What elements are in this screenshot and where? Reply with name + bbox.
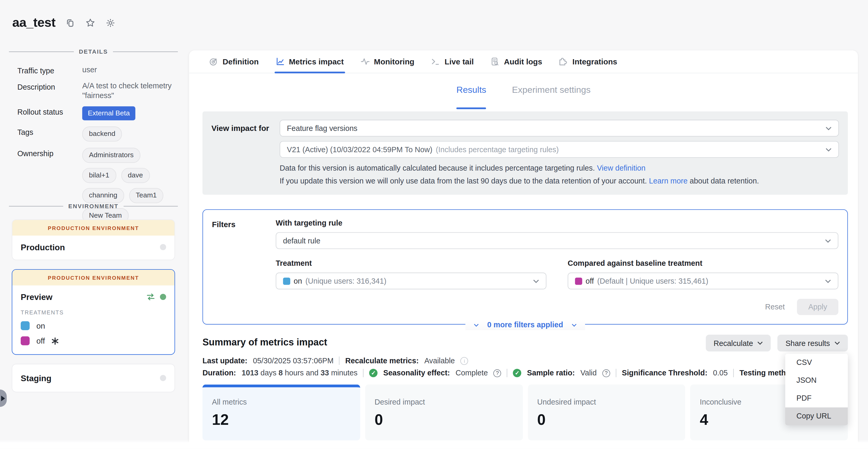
tags-label: Tags [17, 126, 75, 137]
metric-card-desired-impact[interactable]: Desired impact 0 [365, 385, 523, 441]
last-update-label: Last update: [203, 356, 247, 365]
share-menu-item-pdf[interactable]: PDF [785, 390, 848, 408]
tab-definition[interactable]: Definition [209, 51, 259, 73]
divider [616, 369, 616, 377]
copy-icon[interactable] [65, 18, 75, 27]
share-results-label: Share results [785, 339, 830, 347]
share-results-button[interactable]: Share results [778, 335, 848, 352]
subtab-experiment-settings[interactable]: Experiment settings [512, 85, 591, 109]
retention-suffix: about data retention. [690, 177, 759, 185]
rollout-status-badge: External Beta [82, 106, 135, 120]
reset-button[interactable]: Reset [765, 303, 785, 311]
filters-heading: Filters [212, 219, 276, 315]
tab-monitoring[interactable]: Monitoring [361, 51, 414, 73]
significance-threshold-value: 0.05 [713, 369, 728, 377]
auto-calc-note: Data for this version is automatically c… [280, 163, 839, 173]
divider [123, 206, 178, 206]
summary-meta-line-1: Last update: 05/30/2025 03:57:06PM Recal… [203, 356, 848, 365]
treatment-name: on [294, 277, 302, 285]
apply-button[interactable]: Apply [797, 299, 838, 315]
pulse-icon [361, 57, 369, 66]
info-icon[interactable]: i [461, 357, 468, 365]
env-card-preview[interactable]: PRODUCTION ENVIRONMENT Preview TREATMENT… [12, 269, 175, 355]
more-filters-toggle[interactable]: 0 more filters applied [465, 320, 585, 330]
treatment-color-off [21, 336, 30, 345]
treatment-color-swatch [283, 277, 290, 285]
divider [113, 51, 178, 52]
divider [733, 369, 734, 377]
duration-value: 1013 days 8 hours and 33 minutes [242, 369, 358, 377]
seasonality-label: Seasonality effect: [383, 369, 450, 377]
recalculate-metrics-value: Available [424, 356, 455, 365]
treatment-value: on (Unique users: 316,341) [283, 277, 533, 285]
bottom-scroll-fade-gradient [0, 439, 868, 449]
share-menu-item-json[interactable]: JSON [785, 372, 848, 390]
impact-source-dropdown[interactable]: Feature flag versions [280, 120, 839, 137]
env-card-production[interactable]: PRODUCTION ENVIRONMENT Production [12, 219, 175, 260]
tab-audit-logs[interactable]: Audit logs [491, 51, 542, 73]
metric-card-undesired-impact[interactable]: Undesired impact 0 [528, 385, 685, 441]
divider [9, 206, 63, 206]
tab-integrations[interactable]: Integrations [559, 51, 617, 73]
check-icon: ✓ [513, 369, 522, 377]
treatments-heading: TREATMENTS [21, 309, 166, 316]
divider [9, 51, 74, 52]
env-name-production: Production [21, 242, 160, 252]
traffic-type-label: Traffic type [17, 65, 75, 75]
sidebar-collapse-handle[interactable] [0, 390, 7, 407]
share-menu-item-csv[interactable]: CSV [785, 354, 848, 371]
baseline-dropdown[interactable]: off (Default | Unique users: 315,461) [568, 273, 838, 290]
details-panel: DETAILS Traffic type user Description A/… [9, 48, 178, 223]
learn-more-link[interactable]: Learn more [649, 177, 687, 185]
metric-card-value: 0 [375, 411, 513, 429]
production-environment-banner: PRODUCTION ENVIRONMENT [12, 270, 175, 286]
tab-metrics-impact[interactable]: Metrics impact [276, 51, 344, 73]
line-chart-icon [276, 57, 284, 66]
more-filters-label: 0 more filters applied [487, 321, 563, 329]
metric-card-all-metrics[interactable]: All metrics 12 [203, 385, 360, 441]
gear-icon[interactable] [106, 18, 115, 27]
targeting-rule-value: default rule [283, 236, 825, 245]
description-label: Description [17, 81, 75, 91]
tab-label: Definition [222, 57, 258, 66]
version-dropdown[interactable]: V21 (Active) (10/03/2022 04:59PM To Now)… [280, 141, 839, 158]
recalculate-label: Recalculate [714, 339, 753, 347]
chevron-down-icon [757, 341, 763, 345]
flag-title: aa_test [12, 15, 56, 30]
question-icon[interactable]: ? [602, 369, 610, 377]
metric-card-label: Undesired impact [537, 398, 676, 407]
filters-card: Filters With targeting rule default rule… [203, 209, 848, 325]
details-heading-label: DETAILS [79, 48, 108, 55]
tab-live-tail[interactable]: Live tail [431, 51, 474, 73]
metric-card-label: All metrics [212, 398, 350, 407]
version-value: V21 (Active) (10/03/2022 04:59PM To Now)… [287, 145, 826, 153]
header-actions [65, 18, 115, 27]
owner-pill: bilal+1 [82, 168, 116, 183]
env-card-staging[interactable]: Staging [12, 364, 175, 392]
tab-bar: Definition Metrics impact Monitoring [189, 51, 858, 73]
rollout-status-label: Rollout status [17, 106, 75, 116]
divider [507, 369, 507, 377]
view-definition-link[interactable]: View definition [597, 164, 646, 173]
tab-label: Integrations [572, 57, 617, 66]
treatment-dropdown[interactable]: on (Unique users: 316,341) [276, 273, 547, 290]
view-impact-label: View impact for [212, 120, 280, 186]
owner-pill: channing [82, 188, 124, 203]
page-header: aa_test [12, 15, 115, 30]
targeting-rule-dropdown[interactable]: default rule [276, 232, 839, 249]
treatment-row-on: on [21, 321, 166, 330]
main-content-card: Definition Metrics impact Monitoring [189, 51, 858, 449]
environment-heading-label: ENVIRONMENT [68, 203, 119, 210]
subtab-results[interactable]: Results [456, 85, 486, 109]
question-icon[interactable]: ? [493, 369, 501, 377]
environment-panel: ENVIRONMENT PRODUCTION ENVIRONMENT Produ… [9, 203, 178, 401]
recalculate-button[interactable]: Recalculate [706, 335, 771, 352]
star-icon[interactable] [86, 18, 95, 27]
chevron-down-icon [834, 341, 840, 345]
tags-list: backend [82, 126, 178, 142]
owner-pill: dave [121, 168, 150, 183]
summary-meta-line-2: Duration: 1013 days 8 hours and 33 minut… [203, 369, 848, 377]
chevron-down-icon [571, 323, 577, 327]
share-menu-item-copy-url[interactable]: Copy URL [785, 408, 848, 425]
summary-title: Summary of metrics impact [203, 335, 327, 348]
